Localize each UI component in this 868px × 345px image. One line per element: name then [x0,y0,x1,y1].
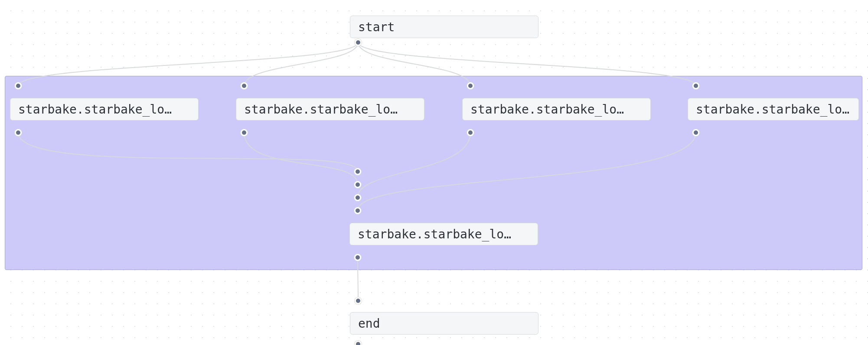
port-in[interactable] [467,82,474,89]
node-task-5-label: starbake.starbake_lo… [358,227,530,241]
port-in[interactable] [15,82,22,89]
port-out[interactable] [467,129,474,136]
port-out[interactable] [355,39,362,46]
port-out[interactable] [15,129,22,136]
node-end-label: end [358,316,530,331]
port-in[interactable] [241,82,248,89]
port-in[interactable] [692,82,699,89]
port-in[interactable] [354,207,361,214]
node-task-3-label: starbake.starbake_lo… [470,102,643,117]
port-out[interactable] [692,129,699,136]
port-in[interactable] [354,181,361,188]
node-start-label: start [358,20,530,34]
port-out[interactable] [355,341,362,345]
port-in[interactable] [354,194,361,201]
node-end[interactable]: end [350,312,538,335]
node-task-1-label: starbake.starbake_lo… [18,102,190,117]
node-task-3[interactable]: starbake.starbake_lo… [462,98,651,120]
node-task-1[interactable]: starbake.starbake_lo… [10,98,199,120]
dag-canvas[interactable]: start starbake.starbake_lo… starbake.sta… [0,0,868,345]
port-in[interactable] [354,168,361,175]
port-in[interactable] [355,297,362,304]
node-task-4[interactable]: starbake.starbake_lo… [688,98,859,120]
node-task-5[interactable]: starbake.starbake_lo… [349,223,538,245]
node-task-2-label: starbake.starbake_lo… [244,102,416,117]
node-start[interactable]: start [350,16,538,38]
node-task-4-label: starbake.starbake_lo… [696,102,851,117]
node-task-2[interactable]: starbake.starbake_lo… [236,98,424,120]
port-out[interactable] [354,254,361,261]
port-out[interactable] [241,129,248,136]
